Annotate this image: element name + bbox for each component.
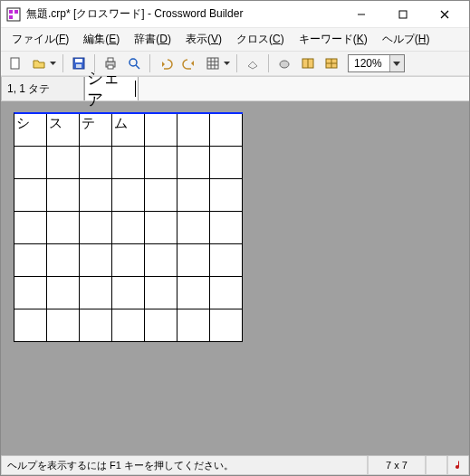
titlebar: 無題.crp* [クロスワード] - Crossword Builder — [1, 1, 469, 28]
grid-cell[interactable] — [47, 147, 80, 179]
menu-view[interactable]: 表示(V) — [180, 30, 227, 49]
tool-b-button[interactable] — [321, 53, 342, 73]
solve-button[interactable] — [273, 53, 295, 73]
grid-cell[interactable] — [80, 147, 112, 179]
svg-rect-2 — [14, 10, 18, 14]
new-button[interactable] — [5, 53, 26, 73]
chevron-down-icon[interactable] — [389, 55, 404, 71]
grid-row — [14, 179, 243, 212]
grid-cell[interactable] — [112, 212, 145, 244]
grid-row — [14, 212, 243, 244]
menu-dict[interactable]: 辞書(D) — [129, 30, 177, 49]
status-dimensions: 7 x 7 — [368, 456, 426, 475]
grid-cell[interactable] — [177, 244, 210, 277]
grid-cell[interactable] — [177, 277, 210, 309]
redo-button[interactable] — [178, 53, 200, 73]
toolbar-separator — [62, 54, 63, 72]
menubar: ファイル(F) 編集(E) 辞書(D) 表示(V) クロス(C) キーワード(K… — [1, 28, 469, 51]
grid-dropdown[interactable] — [222, 62, 231, 66]
toolbar-separator — [236, 54, 237, 72]
grid-cell[interactable] — [14, 277, 47, 309]
grid-cell[interactable] — [177, 147, 210, 179]
grid-cell[interactable] — [210, 147, 243, 179]
grid-cell[interactable] — [112, 179, 145, 212]
clue-row: 1, 1 タテ シェア — [1, 76, 469, 101]
menu-help[interactable]: ヘルプ(H) — [377, 30, 436, 49]
grid-cell[interactable] — [47, 244, 80, 277]
grid-row — [14, 147, 243, 179]
grid-cell[interactable] — [145, 309, 177, 342]
zoom-combo[interactable]: 120% — [348, 54, 405, 72]
grid-cell[interactable] — [80, 212, 112, 244]
svg-rect-11 — [76, 64, 82, 68]
grid-cell[interactable] — [177, 212, 210, 244]
grid-cell[interactable]: シ — [14, 114, 47, 147]
grid-row — [14, 309, 243, 342]
minimize-button[interactable] — [341, 2, 382, 27]
status-hint: ヘルプを表示するには F1 キーを押してください。 — [1, 456, 368, 475]
menu-file[interactable]: ファイル(F) — [6, 30, 74, 49]
clue-text-input[interactable]: シェア — [84, 77, 139, 100]
menu-keyword[interactable]: キーワード(K) — [293, 30, 373, 49]
grid-cell[interactable] — [47, 212, 80, 244]
grid-cell[interactable] — [145, 277, 177, 309]
grid-cell[interactable] — [14, 309, 47, 342]
statusbar: ヘルプを表示するには F1 キーを押してください。 7 x 7 — [1, 455, 469, 475]
clue-position-label: 1, 1 タテ — [1, 77, 84, 100]
toolbar-separator — [268, 54, 269, 72]
grid-cell[interactable] — [210, 309, 243, 342]
grid-cell[interactable] — [112, 277, 145, 309]
grid-cell[interactable] — [14, 179, 47, 212]
grid-cell[interactable] — [177, 309, 210, 342]
grid-cell[interactable] — [112, 244, 145, 277]
grid-cell[interactable] — [112, 147, 145, 179]
toolbar: 120% — [1, 51, 469, 76]
grid-cell[interactable]: ム — [112, 114, 145, 147]
grid-cell[interactable]: テ — [80, 114, 112, 147]
grid-cell[interactable] — [80, 179, 112, 212]
close-button[interactable] — [424, 2, 465, 27]
toolbar-separator — [149, 54, 150, 72]
grid-cell[interactable] — [47, 309, 80, 342]
grid-row — [14, 244, 243, 277]
grid-cell[interactable] — [112, 309, 145, 342]
tool-a-button[interactable] — [297, 53, 319, 73]
grid-cell[interactable] — [14, 244, 47, 277]
grid-cell[interactable] — [145, 147, 177, 179]
grid-cell[interactable] — [210, 212, 243, 244]
erase-button[interactable] — [242, 53, 264, 73]
grid-cell[interactable] — [80, 244, 112, 277]
svg-point-22 — [280, 61, 289, 68]
grid-cell[interactable] — [145, 212, 177, 244]
grid-cell[interactable] — [210, 179, 243, 212]
grid-cell[interactable] — [210, 277, 243, 309]
open-button[interactable] — [28, 53, 50, 73]
menu-cross[interactable]: クロス(C) — [231, 30, 290, 49]
grid-cell[interactable] — [80, 277, 112, 309]
grid-cell[interactable] — [177, 179, 210, 212]
grid-row: システム — [14, 114, 243, 147]
grid-cell[interactable] — [210, 114, 243, 147]
grid-cell[interactable] — [14, 212, 47, 244]
svg-rect-10 — [75, 59, 82, 62]
grid-cell[interactable] — [145, 244, 177, 277]
grid-cell[interactable] — [177, 114, 210, 147]
work-area[interactable]: システム — [1, 101, 469, 455]
maximize-button[interactable] — [382, 2, 424, 27]
grid-cell[interactable] — [210, 244, 243, 277]
grid-cell[interactable] — [145, 114, 177, 147]
grid-cell[interactable] — [47, 179, 80, 212]
undo-button[interactable] — [155, 53, 177, 73]
crossword-grid[interactable]: システム — [14, 112, 243, 342]
zoom-value[interactable]: 120% — [349, 57, 389, 70]
open-dropdown[interactable] — [48, 62, 57, 66]
grid-cell[interactable] — [47, 277, 80, 309]
grid-cell[interactable] — [145, 179, 177, 212]
grid-settings-button[interactable] — [202, 53, 224, 73]
menu-edit[interactable]: 編集(E) — [78, 30, 125, 49]
grid-cell[interactable] — [14, 147, 47, 179]
grid-cell[interactable]: ス — [47, 114, 80, 147]
window-title: 無題.crp* [クロスワード] - Crossword Builder — [26, 6, 341, 22]
status-music-icon[interactable] — [447, 456, 469, 475]
grid-cell[interactable] — [80, 309, 112, 342]
